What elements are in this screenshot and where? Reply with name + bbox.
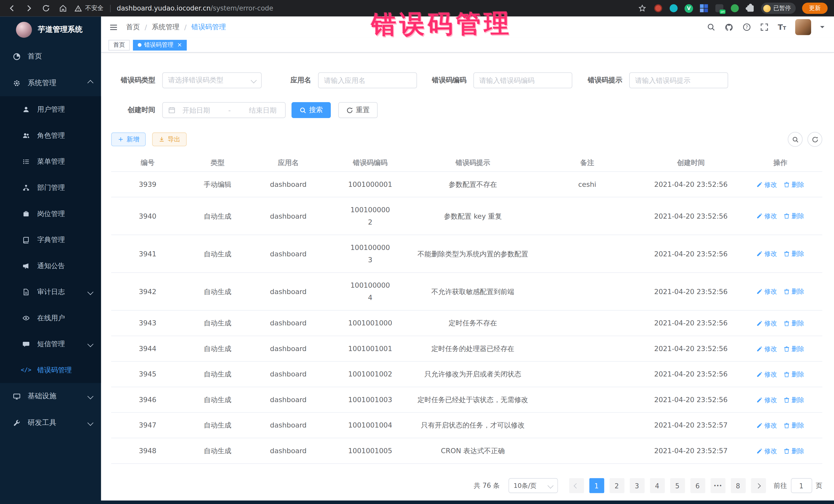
page-button-4[interactable]: 4: [650, 478, 665, 493]
font-size-icon[interactable]: TT: [778, 23, 786, 31]
app-name-input[interactable]: [324, 76, 411, 84]
page-button-5[interactable]: 5: [670, 478, 685, 493]
sidebar-item-dictionary[interactable]: 字典管理: [0, 226, 101, 253]
chevron-down-icon: [251, 77, 257, 83]
page-ellipsis-button[interactable]: •••: [710, 478, 725, 493]
delete-link[interactable]: 删除: [784, 181, 804, 188]
extension-green-icon[interactable]: [730, 4, 739, 13]
edit-link[interactable]: 修改: [756, 288, 777, 295]
extensions-puzzle-icon[interactable]: [746, 4, 755, 13]
cell-id: 3946: [111, 387, 184, 412]
edit-link[interactable]: 修改: [756, 447, 777, 455]
extension-switch-icon[interactable]: on: [715, 4, 724, 13]
avatar-caret-icon[interactable]: [820, 26, 825, 28]
delete-link[interactable]: 删除: [784, 288, 804, 295]
delete-link[interactable]: 删除: [784, 371, 804, 378]
delete-link[interactable]: 删除: [784, 250, 804, 257]
delete-link[interactable]: 删除: [784, 422, 804, 429]
collapse-sidebar-icon[interactable]: [109, 23, 118, 31]
edit-link[interactable]: 修改: [756, 422, 777, 429]
sidebar-item-roles[interactable]: 角色管理: [0, 123, 101, 149]
profile-chip[interactable]: 已暂停: [761, 3, 796, 14]
start-date-input[interactable]: [179, 106, 213, 114]
reload-icon[interactable]: [41, 3, 51, 13]
sidebar-item-sms[interactable]: 短信管理: [0, 331, 101, 357]
extension-teal-icon[interactable]: [669, 4, 678, 13]
forward-icon[interactable]: [23, 3, 34, 13]
sidebar-item-error-codes[interactable]: </> 错误码管理: [0, 357, 101, 383]
edit-link[interactable]: 修改: [756, 371, 777, 378]
security-indicator[interactable]: 不安全: [74, 4, 104, 12]
edit-link[interactable]: 修改: [756, 345, 777, 352]
search-icon[interactable]: [707, 23, 716, 31]
sidebar-item-system[interactable]: 系统管理: [0, 70, 101, 96]
delete-link[interactable]: 删除: [784, 320, 804, 327]
home-icon[interactable]: [58, 3, 68, 13]
update-browser-button[interactable]: 更新: [802, 3, 828, 14]
delete-link[interactable]: 删除: [784, 212, 804, 220]
help-icon[interactable]: ?: [743, 23, 751, 31]
sidebar-item-departments[interactable]: 部门管理: [0, 175, 101, 201]
user-avatar[interactable]: [795, 19, 811, 35]
page-button-2[interactable]: 2: [609, 478, 624, 493]
delete-link[interactable]: 删除: [784, 447, 804, 455]
close-icon[interactable]: ×: [177, 42, 182, 48]
reset-button[interactable]: 重置: [338, 102, 377, 118]
breadcrumb-system[interactable]: 系统管理: [152, 22, 180, 32]
error-code-input[interactable]: [479, 76, 567, 84]
date-range-picker[interactable]: -: [162, 102, 286, 118]
page-button-1[interactable]: 1: [589, 478, 604, 493]
error-msg-input[interactable]: [635, 76, 722, 84]
page-button-8[interactable]: 8: [730, 478, 745, 493]
toggle-search-button[interactable]: [788, 132, 803, 147]
sidebar-item-home[interactable]: 首页: [0, 43, 101, 70]
error-type-select[interactable]: 请选择错误码类型: [162, 72, 262, 88]
extension-red-icon[interactable]: [654, 4, 663, 13]
sidebar-item-users[interactable]: 用户管理: [0, 96, 101, 123]
cell-remark: [531, 273, 643, 310]
megaphone-icon: [21, 262, 31, 269]
cell-message: 定时任务已经处于该状态，无需修改: [415, 387, 531, 412]
page-button-6[interactable]: 6: [690, 478, 705, 493]
sidebar-item-posts[interactable]: 岗位管理: [0, 200, 101, 226]
cell-app: dashboard: [251, 197, 325, 235]
edit-link[interactable]: 修改: [756, 396, 777, 403]
tab-home[interactable]: 首页: [109, 40, 130, 50]
sidebar-item-audit-logs[interactable]: 审计日志: [0, 279, 101, 305]
table-row: 3947 自动生成 dashboard 1001001004 只有开启状态的任务…: [111, 413, 822, 438]
bookmark-star-icon[interactable]: [637, 3, 647, 13]
page-button-3[interactable]: 3: [630, 478, 644, 493]
list-icon: [21, 158, 31, 165]
chat-bubble-icon: [21, 340, 31, 348]
next-page-button[interactable]: [751, 478, 766, 493]
search-button[interactable]: 搜索: [291, 102, 331, 118]
sidebar-item-online-users[interactable]: 在线用户: [0, 305, 101, 331]
breadcrumb-home[interactable]: 首页: [126, 22, 140, 32]
prev-page-button[interactable]: [569, 478, 584, 493]
refresh-table-button[interactable]: [807, 132, 822, 147]
extension-grid-icon[interactable]: [700, 4, 708, 13]
sidebar-item-devtools[interactable]: 研发工具: [0, 410, 101, 436]
cell-app: dashboard: [251, 172, 325, 197]
export-button[interactable]: 导出: [152, 132, 187, 146]
github-icon[interactable]: [725, 23, 734, 31]
fullscreen-icon[interactable]: [760, 23, 769, 31]
add-button[interactable]: 新增: [111, 132, 146, 146]
logo[interactable]: 芋道管理系统: [0, 17, 101, 43]
sidebar-item-infrastructure[interactable]: 基础设施: [0, 383, 101, 410]
edit-link[interactable]: 修改: [756, 320, 777, 327]
edit-link[interactable]: 修改: [756, 212, 777, 220]
url-bar[interactable]: dashboard.yudao.iocoder.cn/system/error-…: [117, 4, 273, 12]
extension-green-v-icon[interactable]: V: [685, 4, 693, 13]
page-size-select[interactable]: 10条/页: [508, 478, 557, 493]
sidebar-item-notices[interactable]: 通知公告: [0, 253, 101, 279]
goto-page-input[interactable]: [791, 478, 812, 493]
edit-link[interactable]: 修改: [756, 181, 777, 188]
tab-error-codes[interactable]: 错误码管理 ×: [133, 40, 187, 50]
delete-link[interactable]: 删除: [784, 396, 804, 403]
delete-link[interactable]: 删除: [784, 345, 804, 352]
end-date-input[interactable]: [246, 106, 280, 114]
sidebar-item-menus[interactable]: 菜单管理: [0, 148, 101, 175]
back-icon[interactable]: [6, 3, 17, 13]
edit-link[interactable]: 修改: [756, 250, 777, 257]
